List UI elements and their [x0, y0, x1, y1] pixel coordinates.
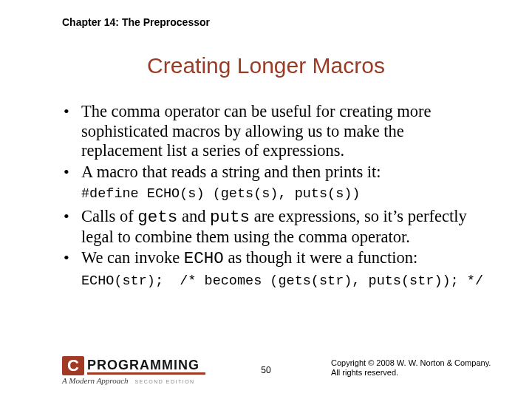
chapter-label: Chapter 14: The Preprocessor: [62, 16, 210, 28]
slide: Chapter 14: The Preprocessor Creating Lo…: [0, 0, 532, 399]
copyright-line-1: Copyright © 2008 W. W. Norton & Company.: [331, 358, 494, 369]
code-gets: gets: [137, 208, 177, 227]
slide-title: Creating Longer Macros: [0, 53, 532, 78]
logo-sub-text: A Modern Approach: [62, 376, 129, 385]
code-puts: puts: [210, 208, 250, 227]
bullet-1: The comma operator can be useful for cre…: [62, 102, 487, 161]
bullet-4-post: as though it were a function:: [224, 248, 417, 267]
footer: C PROGRAMMING A Modern Approach SECOND E…: [0, 352, 532, 386]
copyright-line-2: All rights reserved.: [331, 368, 494, 378]
code-invoke: ECHO(str); /* becomes (gets(str), puts(s…: [62, 273, 487, 290]
copyright: Copyright © 2008 W. W. Norton & Company.…: [331, 358, 494, 379]
bullet-3: Calls of gets and puts are expressions, …: [62, 207, 487, 247]
bullet-4: We can invoke ECHO as though it were a f…: [62, 248, 487, 269]
code-echo: ECHO: [184, 249, 224, 268]
code-define: #define ECHO(s) (gets(s), puts(s)): [62, 186, 487, 202]
slide-body: The comma operator can be useful for cre…: [62, 102, 487, 293]
bullet-3-pre: Calls of: [81, 207, 137, 225]
bullet-3-mid1: and: [177, 207, 210, 225]
logo-edition: SECOND EDITION: [134, 379, 194, 384]
logo-subtitle: A Modern Approach SECOND EDITION: [62, 376, 195, 385]
bullet-2: A macro that reads a string and then pri…: [62, 163, 487, 183]
bullet-4-pre: We can invoke: [81, 248, 184, 267]
